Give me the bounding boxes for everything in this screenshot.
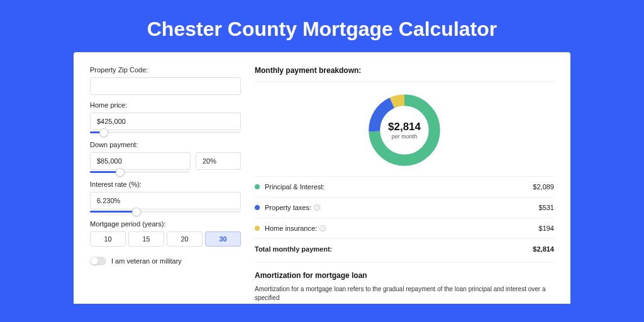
period-buttons: 10 15 20 30 [90,231,241,247]
slider-thumb[interactable] [116,168,125,177]
downpayment-pct-input[interactable] [196,152,241,170]
info-icon[interactable]: ? [319,225,326,231]
dot-icon [255,226,260,231]
period-group: Mortgage period (years): 10 15 20 30 [90,220,241,247]
breakdown-row-taxes: Property taxes: ? $531 [255,197,554,218]
homeprice-slider[interactable] [90,131,241,133]
form-panel: Property Zip Code: Home price: Down paym… [90,66,241,304]
breakdown-row-principal: Principal & Interest: $2,089 [255,176,554,197]
breakdown-panel: Monthly payment breakdown: $2,814 per mo… [255,66,554,304]
breakdown-row-insurance: Home insurance: ? $194 [255,218,554,238]
homeprice-input[interactable] [90,113,241,130]
calculator-card: Property Zip Code: Home price: Down paym… [74,52,570,304]
row-label: Principal & Interest: [265,183,325,191]
slider-thumb[interactable] [99,128,108,137]
row-label: Home insurance: [265,225,317,232]
donut-center-sub: per month [392,133,418,140]
amortization-text: Amortization for a mortgage loan refers … [255,285,554,303]
zip-label: Property Zip Code: [90,66,241,74]
homeprice-group: Home price: [90,101,241,133]
period-btn-15[interactable]: 15 [128,231,164,247]
row-value: $2,089 [533,183,554,191]
veteran-label: I am veteran or military [111,257,182,265]
donut-center-value: $2,814 [388,121,421,133]
downpayment-slider[interactable] [90,171,189,173]
rate-label: Interest rate (%): [90,180,241,188]
row-label: Property taxes: [265,204,311,211]
zip-group: Property Zip Code: [90,66,241,95]
period-btn-10[interactable]: 10 [90,231,126,247]
info-icon[interactable]: ? [314,204,320,211]
toggle-knob [91,257,98,265]
period-label: Mortgage period (years): [90,220,241,228]
breakdown-row-total: Total monthly payment: $2,814 [255,238,554,259]
donut-container: $2,814 per month [255,82,554,176]
rate-group: Interest rate (%): [90,180,241,213]
zip-input[interactable] [90,77,241,95]
downpayment-input[interactable] [90,152,191,170]
veteran-row: I am veteran or military [90,257,241,265]
amortization-title: Amortization for mortgage loan [255,262,554,285]
slider-thumb[interactable] [132,208,141,216]
rate-input[interactable] [90,192,241,209]
dot-icon [255,205,260,210]
breakdown-title: Monthly payment breakdown: [255,66,554,82]
downpayment-group: Down payment: [90,141,241,173]
row-value: $2,814 [533,245,554,253]
donut-chart: $2,814 per month [365,91,444,170]
row-value: $194 [539,225,554,232]
rate-slider[interactable] [90,211,241,213]
homeprice-label: Home price: [90,101,241,109]
period-btn-30[interactable]: 30 [205,231,241,247]
downpayment-label: Down payment: [90,141,241,148]
page-title: Chester County Mortgage Calculator [0,0,644,52]
row-value: $531 [539,204,554,211]
period-btn-20[interactable]: 20 [167,231,203,247]
veteran-toggle[interactable] [90,257,106,265]
dot-icon [255,184,260,189]
row-label: Total monthly payment: [255,245,332,253]
